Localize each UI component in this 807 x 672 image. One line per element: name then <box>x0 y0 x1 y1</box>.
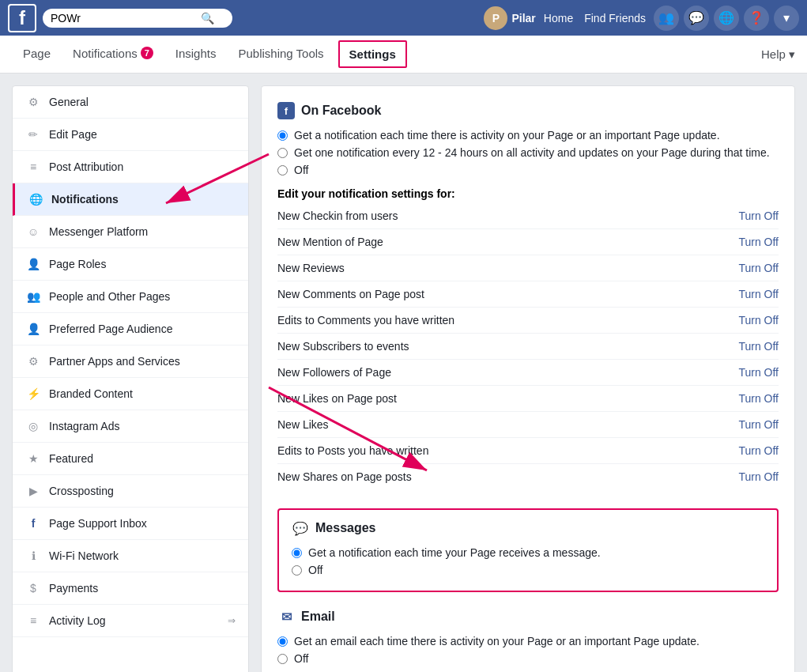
messenger-icon: ☺ <box>25 224 41 240</box>
people-icon: 👥 <box>25 289 41 304</box>
notif-row-likes-post: New Likes on Page post Turn Off <box>277 386 779 412</box>
page-navigation: Page Notifications 7 Insights Publishing… <box>0 36 807 74</box>
turn-off-likes[interactable]: Turn Off <box>738 418 779 431</box>
star-icon: ★ <box>25 451 41 466</box>
turn-off-subscribers[interactable]: Turn Off <box>738 340 779 353</box>
radio-msg-off[interactable]: Off <box>292 564 764 576</box>
instagram-icon: ◎ <box>25 418 41 434</box>
radio-email-on-input[interactable] <box>277 636 288 647</box>
notif-row-edits-comments: Edits to Comments you have written Turn … <box>277 308 779 334</box>
log-icon: ≡ <box>25 613 41 629</box>
search-bar[interactable]: 🔍 <box>43 9 232 28</box>
sidebar-item-activity-log[interactable]: ≡ Activity Log ⇒ <box>13 605 248 637</box>
radio-off-fb[interactable]: Off <box>277 164 779 176</box>
home-link[interactable]: Home <box>544 12 573 25</box>
publishing-tools-tab[interactable]: Publishing Tools <box>227 36 334 73</box>
notifications-tab[interactable]: Notifications 7 <box>62 36 164 73</box>
turn-off-comments[interactable]: Turn Off <box>738 288 779 300</box>
radio-hourly[interactable]: Get one notification every 12 - 24 hours… <box>277 146 779 159</box>
list-icon: ≡ <box>25 159 41 175</box>
help-icon[interactable]: ❓ <box>744 6 769 31</box>
email-title: ✉ Email <box>277 608 779 625</box>
notif-row-comments: New Comments on Page post Turn Off <box>277 281 779 308</box>
sidebar-item-post-attribution[interactable]: ≡ Post Attribution <box>13 151 248 183</box>
insights-tab[interactable]: Insights <box>164 36 228 73</box>
search-input[interactable] <box>51 12 201 25</box>
apps-icon: ⚙ <box>25 353 41 369</box>
sidebar-item-edit-page[interactable]: ✏ Edit Page <box>13 119 248 151</box>
notif-row-reviews: New Reviews Turn Off <box>277 255 779 281</box>
notif-row-checkin: New Checkin from users Turn Off <box>277 203 779 229</box>
radio-all-activity[interactable]: Get a notification each time there is ac… <box>277 129 779 142</box>
notification-badge: 7 <box>141 47 153 59</box>
radio-msg-off-input[interactable] <box>292 565 302 576</box>
dollar-icon: $ <box>25 580 41 596</box>
notif-row-edits-posts: Edits to Posts you have written Turn Off <box>277 438 779 464</box>
turn-off-followers[interactable]: Turn Off <box>738 366 779 379</box>
settings-tab[interactable]: Settings <box>338 40 407 68</box>
radio-email-on[interactable]: Get an email each time there is activity… <box>277 635 779 647</box>
sidebar-item-partner-apps[interactable]: ⚙ Partner Apps and Services <box>13 345 248 378</box>
avatar: P <box>484 6 507 30</box>
sidebar-item-payments[interactable]: $ Payments <box>13 572 248 605</box>
sidebar-item-people-other-pages[interactable]: 👥 People and Other Pages <box>13 281 248 313</box>
person-icon: 👤 <box>25 256 41 272</box>
sidebar-item-preferred-page-audience[interactable]: 👤 Preferred Page Audience <box>13 313 248 345</box>
messages-icon: 💬 <box>292 519 309 537</box>
email-section: ✉ Email Get an email each time there is … <box>277 608 779 665</box>
user-name: Pilar <box>511 12 535 25</box>
globe-icon[interactable]: 🌐 <box>714 6 739 31</box>
crosspost-icon: ▶ <box>25 483 41 499</box>
email-icon: ✉ <box>277 608 295 625</box>
page-tab[interactable]: Page <box>12 36 62 73</box>
search-icon: 🔍 <box>201 12 214 25</box>
sidebar: ⚙ General ✏ Edit Page ≡ Post Attribution… <box>12 85 249 672</box>
notif-row-followers: New Followers of Page Turn Off <box>277 360 779 386</box>
dropdown-icon[interactable]: ▾ <box>774 6 799 31</box>
on-facebook-title: f On Facebook <box>277 102 779 119</box>
turn-off-mention[interactable]: Turn Off <box>738 236 779 248</box>
turn-off-checkin[interactable]: Turn Off <box>738 210 779 222</box>
on-facebook-section: f On Facebook Get a notification each ti… <box>277 102 779 489</box>
branded-icon: ⚡ <box>25 386 41 402</box>
main-content: ⚙ General ✏ Edit Page ≡ Post Attribution… <box>0 74 807 672</box>
messages-title: 💬 Messages <box>292 519 764 537</box>
radio-msg-on-input[interactable] <box>292 548 302 558</box>
sidebar-item-branded-content[interactable]: ⚡ Branded Content <box>13 378 248 410</box>
turn-off-edits-posts[interactable]: Turn Off <box>738 444 779 457</box>
radio-off-fb-input[interactable] <box>277 165 288 176</box>
friends-icon[interactable]: 👥 <box>654 6 679 31</box>
sidebar-item-wifi-network[interactable]: ℹ Wi-Fi Network <box>13 540 248 572</box>
radio-msg-on[interactable]: Get a notification each time your Page r… <box>292 546 764 559</box>
turn-off-reviews[interactable]: Turn Off <box>738 262 779 274</box>
radio-email-off[interactable]: Off <box>277 652 779 665</box>
top-navigation: f 🔍 P Pilar Home Find Friends 👥 💬 🌐 ❓ ▾ <box>0 0 807 36</box>
facebook-logo: f <box>8 4 36 32</box>
sidebar-item-page-support-inbox[interactable]: f Page Support Inbox <box>13 508 248 540</box>
messenger-icon[interactable]: 💬 <box>684 6 709 31</box>
notif-row-mention: New Mention of Page Turn Off <box>277 229 779 255</box>
turn-off-shares[interactable]: Turn Off <box>738 470 779 483</box>
find-friends-link[interactable]: Find Friends <box>584 12 646 25</box>
sidebar-item-instagram-ads[interactable]: ◎ Instagram Ads <box>13 410 248 443</box>
radio-hourly-input[interactable] <box>277 148 288 158</box>
sidebar-item-messenger-platform[interactable]: ☺ Messenger Platform <box>13 216 248 248</box>
facebook-section-icon: f <box>277 102 295 119</box>
turn-off-likes-post[interactable]: Turn Off <box>738 392 779 405</box>
sidebar-item-notifications[interactable]: 🌐 Notifications <box>13 183 248 216</box>
sidebar-item-general[interactable]: ⚙ General <box>13 86 248 119</box>
messages-section: 💬 Messages Get a notification each time … <box>277 508 779 592</box>
wifi-icon: ℹ <box>25 548 41 564</box>
radio-email-off-input[interactable] <box>277 654 288 664</box>
gear-icon: ⚙ <box>25 94 41 110</box>
edit-settings-label: Edit your notification settings for: <box>277 187 779 200</box>
notif-row-likes: New Likes Turn Off <box>277 412 779 438</box>
radio-all-activity-input[interactable] <box>277 130 288 141</box>
turn-off-edits-comments[interactable]: Turn Off <box>738 314 779 327</box>
sidebar-item-featured[interactable]: ★ Featured <box>13 443 248 475</box>
sidebar-item-page-roles[interactable]: 👤 Page Roles <box>13 248 248 281</box>
user-profile[interactable]: P Pilar <box>484 6 535 30</box>
nav-right: P Pilar Home Find Friends 👥 💬 🌐 ❓ ▾ <box>484 6 799 31</box>
sidebar-item-crossposting[interactable]: ▶ Crossposting <box>13 475 248 508</box>
help-dropdown[interactable]: Help ▾ <box>761 36 795 73</box>
